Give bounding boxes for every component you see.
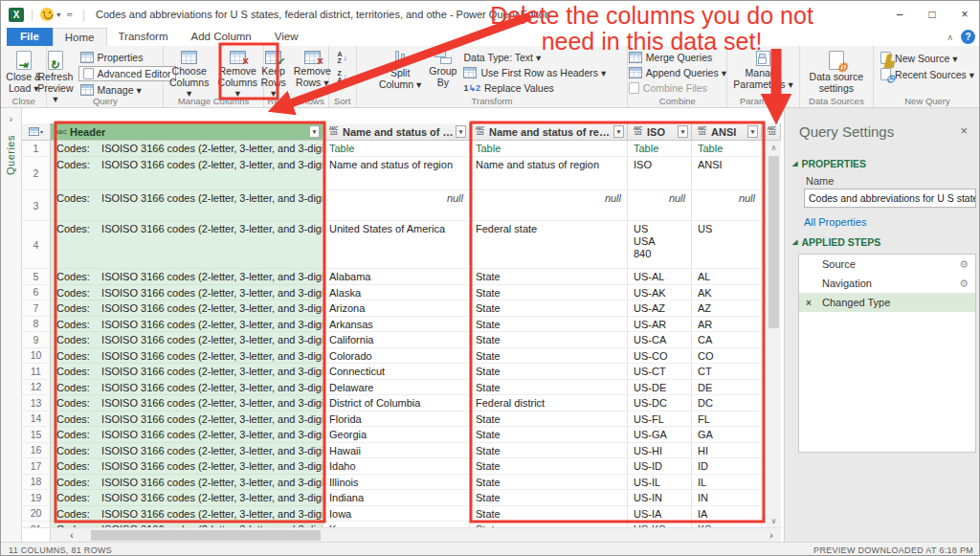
- cell[interactable]: Arkansas: [323, 317, 470, 333]
- row-number[interactable]: 14: [22, 411, 51, 428]
- cell[interactable]: GA: [692, 427, 762, 443]
- cell-header[interactable]: Codes: ISOISO 3166 codes (2-letter, 3-le…: [51, 506, 323, 523]
- remove-rows-button[interactable]: × Remove Rows ▾: [291, 49, 334, 90]
- queries-pane-collapsed[interactable]: › Queries: [1, 108, 22, 542]
- tab-file[interactable]: File: [7, 28, 53, 46]
- cell-header[interactable]: Codes: ISOISO 3166 codes (2-letter, 3-le…: [51, 317, 323, 333]
- row-number[interactable]: 12: [22, 380, 51, 396]
- cell[interactable]: US: [692, 221, 762, 269]
- horizontal-scrollbar[interactable]: ‹ ›: [22, 527, 781, 542]
- cell[interactable]: US-HI: [628, 443, 692, 459]
- cell[interactable]: US-AL: [628, 269, 692, 285]
- row-number[interactable]: 16: [22, 443, 51, 459]
- cell[interactable]: US-CA: [628, 332, 692, 348]
- minimize-button[interactable]: –: [883, 1, 916, 28]
- cell[interactable]: DE: [692, 380, 762, 396]
- close-button[interactable]: ×: [948, 1, 980, 28]
- cell-header[interactable]: Codes: ISOISO 3166 codes (2-letter, 3-le…: [51, 443, 323, 459]
- quick-access-customize-icon[interactable]: ≂: [66, 11, 73, 19]
- scroll-left-icon[interactable]: ‹: [64, 528, 79, 543]
- cell[interactable]: ISO: [628, 157, 692, 190]
- cell[interactable]: State: [470, 380, 628, 396]
- cell[interactable]: Delaware: [323, 380, 470, 396]
- cell[interactable]: US-IA: [628, 506, 692, 523]
- applied-step-source[interactable]: Source⚙: [799, 255, 975, 274]
- cell[interactable]: State: [470, 490, 628, 506]
- filter-dropdown-icon[interactable]: ▾: [309, 125, 320, 138]
- cell[interactable]: IA: [692, 506, 762, 523]
- cell[interactable]: US-AZ: [628, 300, 692, 317]
- row-number[interactable]: 1: [22, 141, 51, 157]
- cell[interactable]: null: [692, 190, 762, 221]
- cell[interactable]: Georgia: [323, 427, 470, 443]
- cell-header[interactable]: Codes: ISOISO 3166 codes (2-letter, 3-le…: [51, 269, 323, 285]
- cell[interactable]: CT: [692, 364, 762, 380]
- cell[interactable]: Alaska: [323, 285, 470, 301]
- applied-step-navigation[interactable]: Navigation⚙: [799, 274, 975, 293]
- row-number[interactable]: 17: [22, 458, 51, 475]
- cell[interactable]: Name and status of region: [323, 157, 470, 190]
- scroll-right-icon[interactable]: ›: [764, 528, 779, 543]
- column-header-ansi[interactable]: ABC123ANSI▾: [692, 123, 762, 141]
- cell[interactable]: Federal state: [470, 221, 628, 269]
- select-all-button[interactable]: ▾: [22, 123, 51, 141]
- tab-view[interactable]: View: [263, 28, 310, 46]
- cell[interactable]: US-CO: [628, 348, 692, 365]
- cell[interactable]: AR: [692, 317, 762, 333]
- column-header-header[interactable]: ABCHeader▾: [51, 123, 323, 141]
- cell-header[interactable]: Codes: ISOISO 3166 codes (2-letter, 3-le…: [51, 348, 323, 365]
- cell[interactable]: US-FL: [628, 411, 692, 428]
- cell[interactable]: HI: [692, 443, 762, 459]
- cell[interactable]: State: [470, 317, 628, 333]
- cell[interactable]: US-CT: [628, 364, 692, 380]
- cell[interactable]: null: [470, 190, 628, 221]
- cell-header[interactable]: Codes: ISOISO 3166 codes (2-letter, 3-le…: [51, 427, 323, 443]
- row-number[interactable]: 8: [22, 317, 51, 333]
- merge-queries-button[interactable]: Merge Queries: [627, 51, 728, 64]
- step-settings-gear-icon[interactable]: ⚙: [959, 258, 969, 271]
- applied-steps-section-header[interactable]: ◢ APPLIED STEPS: [792, 236, 880, 248]
- use-first-row-as-headers-button[interactable]: Use First Row as Headers ▾: [461, 66, 608, 79]
- cell[interactable]: Federal district: [470, 395, 628, 411]
- group-by-button[interactable]: Group By: [426, 49, 459, 90]
- cell[interactable]: CA: [692, 332, 762, 348]
- cell[interactable]: Iowa: [323, 506, 470, 523]
- step-settings-gear-icon[interactable]: ⚙: [959, 278, 969, 290]
- cell[interactable]: ID: [692, 458, 762, 475]
- vertical-scroll-thumb[interactable]: [768, 156, 779, 328]
- column-header-name-and-status-of-region2[interactable]: ABC123Name and status of region2▾: [470, 123, 628, 141]
- cell[interactable]: State: [470, 427, 628, 443]
- advanced-editor-button[interactable]: Advanced Editor: [78, 66, 176, 81]
- cell[interactable]: State: [470, 506, 628, 523]
- remove-columns-button[interactable]: × Remove Columns ▾: [214, 49, 261, 101]
- row-number[interactable]: 2: [22, 157, 51, 190]
- row-number[interactable]: 4: [22, 221, 51, 269]
- cell[interactable]: Table: [692, 141, 762, 157]
- cell-header[interactable]: Codes: ISOISO 3166 codes (2-letter, 3-le…: [51, 332, 323, 348]
- manage-parameters-button[interactable]: Manage Parameters ▾: [730, 49, 795, 92]
- cell[interactable]: State: [470, 332, 628, 348]
- cell[interactable]: State: [470, 443, 628, 459]
- cell[interactable]: US-IN: [628, 490, 692, 506]
- column-header-partial[interactable]: ABC123: [762, 123, 781, 141]
- cell-header[interactable]: Codes: ISOISO 3166 codes (2-letter, 3-le…: [51, 300, 323, 317]
- cell[interactable]: United States of America: [323, 221, 470, 269]
- new-source-button[interactable]: ▙ New Source ▾: [879, 51, 976, 65]
- row-number[interactable]: 15: [22, 427, 51, 443]
- sort-descending-button[interactable]: ZA↓: [337, 70, 347, 83]
- cell-header[interactable]: Codes: ISOISO 3166 codes (2-letter, 3-le…: [51, 475, 323, 491]
- row-number[interactable]: 11: [22, 364, 51, 380]
- filter-dropdown-icon[interactable]: ▾: [678, 125, 688, 138]
- cell-header[interactable]: Codes: ISOISO 3166 codes (2-letter, 3-le…: [51, 380, 323, 396]
- vertical-scrollbar[interactable]: ∧ ∨: [767, 141, 781, 527]
- row-number[interactable]: 18: [22, 475, 51, 491]
- horizontal-scroll-thumb[interactable]: [91, 530, 321, 541]
- cell[interactable]: ANSI: [692, 157, 762, 190]
- delete-step-icon[interactable]: ×: [806, 298, 812, 308]
- cell[interactable]: Florida: [323, 411, 470, 428]
- cell[interactable]: AL: [692, 269, 762, 285]
- maximize-button[interactable]: □: [916, 1, 948, 28]
- cell[interactable]: State: [470, 269, 628, 285]
- recent-sources-button[interactable]: ◷ Recent Sources ▾: [879, 67, 976, 81]
- scroll-up-icon[interactable]: ∧: [767, 141, 781, 154]
